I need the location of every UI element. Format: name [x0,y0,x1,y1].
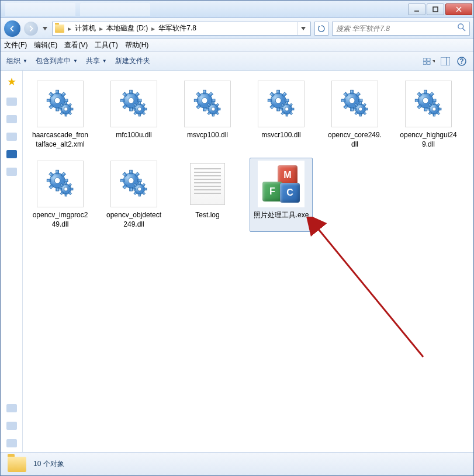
breadcrumb-drive[interactable]: 本地磁盘 (D:) [106,23,148,33]
svg-rect-47 [144,108,147,110]
svg-rect-77 [285,99,289,102]
close-button[interactable] [445,4,472,15]
explorer-window: ▸ 计算机 ▸ 本地磁盘 (D:) ▸ 华军软件7.8 文件(F) 编辑(E) … [0,0,474,476]
file-item[interactable]: msvcr100.dll [250,78,313,152]
gear-icon [413,88,444,120]
file-item[interactable]: opencv_imgproc249.dll [29,158,92,232]
gear-icon [340,88,370,120]
file-item[interactable]: msvcp100.dll [176,78,239,152]
sidebar-item[interactable] [6,98,17,106]
svg-rect-97 [359,99,363,102]
svg-rect-135 [56,170,59,174]
svg-rect-89 [286,113,288,116]
preview-pane-button[interactable] [440,55,451,67]
search-box[interactable] [332,22,470,36]
search-icon[interactable] [458,23,466,33]
svg-point-53 [138,107,142,111]
svg-rect-111 [354,108,357,110]
address-bar[interactable]: ▸ 计算机 ▸ 本地磁盘 (D:) ▸ 华军软件7.8 [52,22,311,36]
navbar: ▸ 计算机 ▸ 本地磁盘 (D:) ▸ 华军软件7.8 [1,18,473,39]
svg-point-33 [64,107,68,111]
folder-icon [8,457,26,472]
sidebar-item[interactable] [6,115,17,123]
sidebar-item[interactable] [6,422,17,430]
svg-rect-121 [415,99,419,102]
svg-rect-107 [365,108,368,110]
svg-rect-51 [133,108,136,110]
sidebar-item[interactable] [6,150,17,158]
menu-tools[interactable]: 工具(T) [95,40,117,50]
file-item[interactable]: mfc100u.dll [102,78,165,152]
include-library-button[interactable]: 包含到库中▼ [36,56,78,66]
gear-icon [45,168,75,200]
svg-point-123 [423,98,428,103]
svg-point-83 [275,98,281,103]
gear-icon [45,88,75,120]
view-options-button[interactable] [423,55,435,67]
back-button[interactable] [4,20,20,37]
file-item[interactable]: haarcascade_frontalface_alt2.xml [29,78,92,152]
share-button[interactable]: 共享▼ [86,56,107,66]
svg-rect-105 [359,102,361,105]
help-button[interactable]: ? [456,55,468,67]
sidebar-item[interactable] [6,404,17,412]
svg-point-4 [458,24,463,29]
svg-rect-125 [433,102,435,105]
svg-rect-75 [277,90,280,94]
svg-rect-10 [441,57,450,65]
svg-rect-8 [423,61,426,64]
svg-text:?: ? [459,57,463,65]
address-dropdown[interactable] [297,22,308,35]
menu-file[interactable]: 文件(F) [4,40,27,50]
svg-rect-7 [427,58,430,61]
svg-rect-95 [351,90,354,94]
breadcrumb-computer[interactable]: 计算机 [75,23,96,33]
breadcrumb-folder[interactable]: 华军软件7.8 [158,23,196,33]
menu-edit[interactable]: 编辑(E) [34,40,57,50]
file-item[interactable]: Test.log [176,158,239,232]
file-item[interactable]: opencv_highgui249.dll [397,78,460,152]
sidebar-item[interactable] [6,168,17,176]
maximize-button[interactable] [427,4,444,15]
chevron-right-icon[interactable]: ▸ [98,25,104,33]
svg-rect-67 [217,108,220,110]
svg-rect-165 [139,182,140,185]
history-dropdown[interactable] [41,23,49,34]
chevron-right-icon[interactable]: ▸ [150,25,156,33]
svg-rect-151 [59,188,62,190]
menu-help[interactable]: 帮助(H) [125,40,149,50]
file-name: opencv_highgui249.dll [400,131,457,149]
new-folder-button[interactable]: 新建文件夹 [115,56,150,66]
sidebar-item[interactable] [6,133,17,141]
file-item[interactable]: MFC 照片处理工具.exe [250,158,313,232]
refresh-button[interactable] [314,22,328,36]
file-list[interactable]: haarcascade_frontalface_alt2.xml mfc100u… [23,71,473,452]
favorites-icon[interactable]: ★ [7,75,16,88]
file-name: mfc100u.dll [116,131,151,140]
sidebar-item[interactable] [6,439,17,447]
organize-button[interactable]: 组织▼ [6,56,27,66]
application-icon: MFC [262,165,300,203]
document-icon [190,163,225,205]
file-name: opencv_imgproc249.dll [32,211,89,229]
forward-button[interactable] [24,22,38,36]
svg-rect-157 [138,179,142,182]
svg-rect-79 [277,107,280,111]
file-item[interactable]: opencv_objdetect249.dll [102,158,165,232]
svg-rect-167 [144,188,147,190]
svg-point-23 [54,98,60,103]
status-text: 10 个对象 [33,459,64,469]
svg-rect-159 [130,187,133,191]
svg-point-93 [285,107,289,111]
file-item[interactable]: opencv_core249.dll [323,78,386,152]
folder-icon [55,25,64,33]
minimize-button[interactable] [408,4,425,15]
svg-rect-139 [56,187,59,191]
chevron-right-icon[interactable]: ▸ [67,25,72,33]
svg-rect-147 [70,188,73,190]
search-input[interactable] [336,25,458,33]
svg-rect-41 [120,99,124,102]
menu-view[interactable]: 查看(V) [64,40,88,50]
svg-rect-25 [65,102,67,105]
svg-rect-87 [291,108,294,110]
